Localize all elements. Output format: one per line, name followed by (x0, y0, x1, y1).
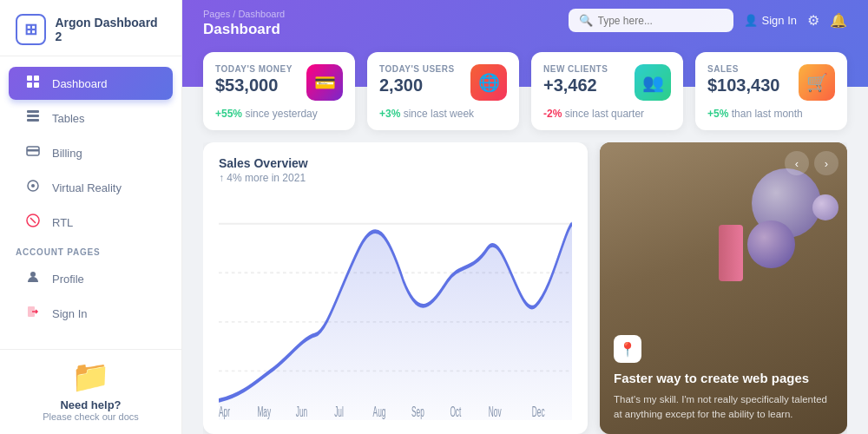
sidebar-item-rtl[interactable]: RTL (9, 206, 173, 239)
sidebar-item-tables[interactable]: Tables (9, 102, 173, 135)
rtl-icon (24, 214, 42, 231)
stat-icon-2: 👥 (635, 64, 671, 101)
svg-line-12 (30, 218, 36, 223)
user-icon: 👤 (744, 14, 758, 27)
svg-text:Jul: Jul (334, 404, 344, 420)
stat-change-0: +55% since yesterday (215, 108, 343, 120)
cylinder-decoration (719, 225, 743, 281)
sidebar-item-label: Virtual Reality (52, 181, 122, 194)
signin-button[interactable]: 👤 Sign In (744, 14, 797, 27)
stat-label-3: SALES (707, 64, 779, 74)
sidebar-item-label: RTL (52, 216, 73, 229)
stat-icon-1: 🌐 (470, 64, 507, 101)
svg-text:Jun: Jun (296, 404, 307, 420)
chart-title: Sales Overview (219, 156, 572, 170)
sidebar-item-dashboard[interactable]: Dashboard (9, 67, 173, 100)
sidebar-item-label: Billing (52, 147, 82, 160)
stat-card-0: TODAY'S MONEY $53,000 💳 +55% since yeste… (203, 52, 355, 130)
billing-icon (24, 144, 42, 161)
breadcrumb: Pages / Dashboard (203, 9, 285, 19)
virtual-reality-icon (24, 179, 42, 196)
stats-cards: TODAY'S MONEY $53,000 💳 +55% since yeste… (203, 52, 847, 130)
svg-rect-4 (27, 110, 39, 113)
main-content: Pages / Dashboard Dashboard 🔍 👤 Sign In … (182, 0, 868, 434)
help-title: Need help? (9, 398, 173, 411)
stat-card-1: TODAY'S USERS 2,300 🌐 +3% since last wee… (367, 52, 519, 130)
svg-rect-1 (34, 76, 39, 81)
chart-area: Apr May Jun Jul Aug Sep Oct Nov Dec (219, 191, 572, 420)
sidebar-nav: DashboardTablesBillingVirtual RealityRTL… (0, 56, 181, 349)
search-box[interactable]: 🔍 (569, 9, 733, 32)
sidebar-logo: ⊞ Argon Dashboard 2 (0, 0, 181, 56)
svg-text:Apr: Apr (219, 404, 230, 420)
profile-icon (24, 270, 42, 287)
panel-prev-button[interactable]: ‹ (785, 151, 809, 175)
sphere-small (812, 194, 838, 220)
sidebar-item-label: Dashboard (52, 77, 108, 90)
bottom-area: Sales Overview ↑ 4% more in 2021 (203, 142, 847, 434)
svg-text:Oct: Oct (450, 404, 461, 420)
promo-panel: ‹ › 📍 Faster way to create web pages Tha… (600, 142, 847, 434)
notifications-icon[interactable]: 🔔 (830, 12, 847, 29)
stat-value-2: +3,462 (543, 76, 608, 95)
chart-subtitle: ↑ 4% more in 2021 (219, 172, 572, 184)
panel-navigation: ‹ › (785, 151, 838, 175)
sidebar-item-sign-in[interactable]: Sign In (9, 297, 173, 330)
sidebar-item-virtual-reality[interactable]: Virtual Reality (9, 171, 173, 204)
stat-label-1: TODAY'S USERS (379, 64, 455, 74)
svg-text:Dec: Dec (532, 404, 545, 420)
panel-badge-icon: 📍 (619, 341, 636, 358)
search-input[interactable] (598, 15, 723, 27)
sidebar-help: 📁 Need help? Please check our docs (0, 349, 181, 434)
svg-text:May: May (257, 404, 271, 420)
svg-rect-8 (27, 149, 39, 152)
stat-value-0: $53,000 (215, 76, 293, 95)
topbar-left: Pages / Dashboard Dashboard (203, 9, 285, 38)
panel-content: 📍 Faster way to create web pages That's … (600, 323, 847, 434)
svg-rect-3 (34, 82, 39, 88)
sign-in-icon (24, 305, 42, 322)
topbar-right: 🔍 👤 Sign In ⚙ 🔔 (569, 9, 847, 32)
sidebar-item-label: Tables (52, 112, 85, 125)
stat-label-2: NEW CLIENTS (543, 64, 608, 74)
svg-rect-0 (27, 76, 32, 81)
stat-card-3: SALES $103,430 🛒 +5% than last month (695, 52, 847, 130)
sidebar: ⊞ Argon Dashboard 2 DashboardTablesBilli… (0, 0, 182, 434)
panel-next-button[interactable]: › (814, 151, 838, 175)
stat-value-3: $103,430 (707, 76, 779, 95)
stat-icon-0: 💳 (306, 64, 343, 101)
account-pages-label: ACCOUNT PAGES (0, 240, 181, 260)
logo-icon: ⊞ (16, 14, 46, 45)
stat-card-2: NEW CLIENTS +3,462 👥 -2% since last quar… (531, 52, 683, 130)
svg-text:Aug: Aug (373, 404, 386, 420)
svg-rect-2 (27, 82, 32, 88)
page-title: Dashboard (203, 21, 285, 38)
svg-point-10 (31, 184, 35, 187)
sidebar-item-label: Sign In (52, 307, 87, 320)
svg-point-13 (30, 272, 36, 277)
svg-text:Sep: Sep (411, 404, 424, 420)
help-subtitle: Please check our docs (9, 411, 173, 422)
stat-label-0: TODAY'S MONEY (215, 64, 293, 74)
svg-rect-6 (27, 119, 39, 122)
stat-change-1: +3% since last week (379, 108, 507, 120)
settings-icon[interactable]: ⚙ (807, 12, 819, 29)
breadcrumb-parent: Pages (203, 9, 230, 19)
sidebar-item-label: Profile (52, 273, 84, 286)
chart-card: Sales Overview ↑ 4% more in 2021 (203, 142, 588, 434)
sphere-medium (747, 220, 795, 268)
stat-icon-3: 🛒 (799, 64, 835, 101)
panel-badge: 📍 (614, 335, 641, 363)
stat-change-3: +5% than last month (707, 108, 835, 120)
logo-text: Argon Dashboard 2 (55, 16, 166, 43)
sidebar-item-profile[interactable]: Profile (9, 262, 173, 295)
sales-chart: Apr May Jun Jul Aug Sep Oct Nov Dec (219, 191, 572, 420)
breadcrumb-current: Dashboard (238, 9, 285, 19)
stat-change-2: -2% since last quarter (543, 108, 671, 120)
panel-heading: Faster way to create web pages (614, 370, 833, 387)
svg-text:Nov: Nov (489, 404, 502, 420)
search-icon: 🔍 (579, 14, 593, 27)
dashboard-icon (24, 75, 42, 92)
panel-body: That's my skill. I'm not really specific… (614, 392, 833, 423)
sidebar-item-billing[interactable]: Billing (9, 136, 173, 169)
